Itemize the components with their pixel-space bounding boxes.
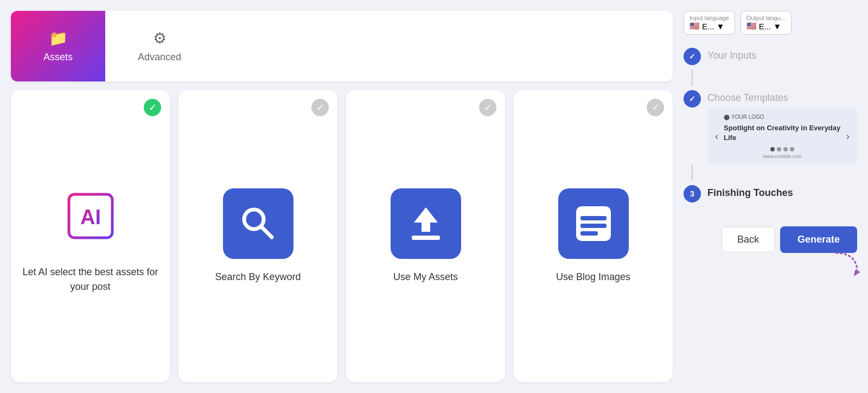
- svg-rect-19: [580, 216, 607, 220]
- svg-line-15: [261, 226, 272, 237]
- tab-advanced[interactable]: ⚙ Advanced: [105, 11, 214, 81]
- step-connector-1: [692, 69, 693, 86]
- output-lang-flag: 🇺🇸: [746, 21, 757, 31]
- card-ai-select[interactable]: ✓: [11, 90, 170, 382]
- steps-section: ✓ Your Inputs ✓ Choose Templates ‹ ⬤ YOU…: [684, 43, 857, 207]
- right-sidebar: Input language 🇺🇸 E... ▼ Output langu...…: [684, 11, 857, 382]
- blog-icon: [572, 202, 615, 245]
- step-connector-2: [692, 164, 693, 181]
- dot-1: [770, 147, 775, 151]
- template-preview: ‹ ⬤ YOUR LOGO Spotlight on Creativity in…: [707, 109, 857, 164]
- assets-icon: 📁: [49, 29, 68, 47]
- preview-card: ⬤ YOUR LOGO Spotlight on Creativity in E…: [724, 114, 841, 159]
- advanced-icon: ⚙: [153, 29, 167, 47]
- tab-advanced-label: Advanced: [138, 52, 181, 63]
- step-3-label: Finishing Touches: [707, 185, 793, 199]
- search-icon-wrap: [223, 188, 293, 259]
- main-content: 📁 Assets ⚙ Advanced ✓: [11, 11, 673, 382]
- step-2-icon: ✓: [684, 90, 701, 107]
- input-lang-chevron: ▼: [717, 22, 725, 31]
- step-1-label: Your Inputs: [707, 48, 756, 61]
- ai-icon-wrap: AI: [53, 178, 129, 254]
- dot-4: [790, 147, 794, 151]
- cards-grid: ✓: [11, 90, 673, 382]
- card-ai-label: Let AI select the best assets for your p…: [22, 265, 159, 294]
- card-use-blog-images[interactable]: ✓ Use Blog Images: [514, 90, 673, 382]
- tab-assets-label: Assets: [43, 52, 73, 63]
- card-search-keyword[interactable]: ✓ Search By Keyword: [178, 90, 337, 382]
- input-lang-label: Input language: [690, 15, 729, 21]
- input-language-select[interactable]: Input language 🇺🇸 E... ▼: [684, 11, 735, 35]
- output-lang-chevron: ▼: [773, 22, 781, 31]
- preview-title: Spotlight on Creativity in Everyday Life: [724, 123, 841, 143]
- language-selectors: Input language 🇺🇸 E... ▼ Output langu...…: [684, 11, 857, 35]
- svg-rect-17: [412, 236, 440, 240]
- output-lang-code: E...: [759, 22, 771, 31]
- upload-icon-wrap: [391, 188, 461, 259]
- svg-text:AI: AI: [80, 206, 101, 229]
- generate-button[interactable]: Generate: [780, 226, 857, 253]
- step-3-icon: 3: [684, 185, 701, 202]
- step-your-inputs: ✓ Your Inputs: [684, 43, 857, 69]
- input-lang-code: E...: [702, 22, 714, 31]
- back-button[interactable]: Back: [722, 227, 775, 252]
- dot-3: [783, 147, 788, 151]
- check-search-keyword: ✓: [311, 99, 329, 116]
- step-1-icon: ✓: [684, 48, 701, 65]
- check-use-blog-images: ✓: [647, 99, 664, 116]
- card-assets-label: Use My Assets: [393, 270, 458, 284]
- blog-icon-wrap: [558, 188, 629, 259]
- prev-template-btn[interactable]: ‹: [713, 129, 720, 144]
- step-choose-templates: ✓ Choose Templates: [684, 86, 857, 112]
- preview-dots: [724, 147, 841, 151]
- card-blog-label: Use Blog Images: [556, 270, 630, 284]
- check-ai-select: ✓: [144, 99, 161, 116]
- preview-url: www.coolsite.com: [724, 154, 841, 159]
- step-2-label: Choose Templates: [707, 90, 788, 104]
- svg-rect-21: [580, 231, 598, 236]
- card-use-my-assets[interactable]: ✓ Use My Assets: [346, 90, 505, 382]
- next-template-btn[interactable]: ›: [844, 129, 852, 144]
- tab-assets[interactable]: 📁 Assets: [11, 11, 105, 81]
- output-language-select[interactable]: Output langu... 🇺🇸 E... ▼: [741, 11, 792, 35]
- check-use-my-assets: ✓: [479, 99, 496, 116]
- tab-bar: 📁 Assets ⚙ Advanced: [11, 11, 673, 81]
- buttons-row: Back Generate: [684, 226, 857, 253]
- dot-2: [777, 147, 781, 151]
- upload-icon: [404, 202, 448, 245]
- curved-arrow-decoration: [830, 250, 863, 283]
- preview-logo: ⬤ YOUR LOGO: [724, 114, 841, 120]
- output-lang-label: Output langu...: [746, 15, 786, 21]
- card-search-label: Search By Keyword: [215, 270, 301, 284]
- svg-marker-16: [414, 207, 438, 232]
- ai-chip-icon: AI: [53, 178, 129, 254]
- search-icon: [237, 202, 280, 245]
- svg-rect-20: [580, 224, 607, 228]
- step-finishing-touches: 3 Finishing Touches: [684, 181, 857, 207]
- svg-marker-22: [854, 270, 860, 276]
- input-lang-flag: 🇺🇸: [690, 21, 700, 31]
